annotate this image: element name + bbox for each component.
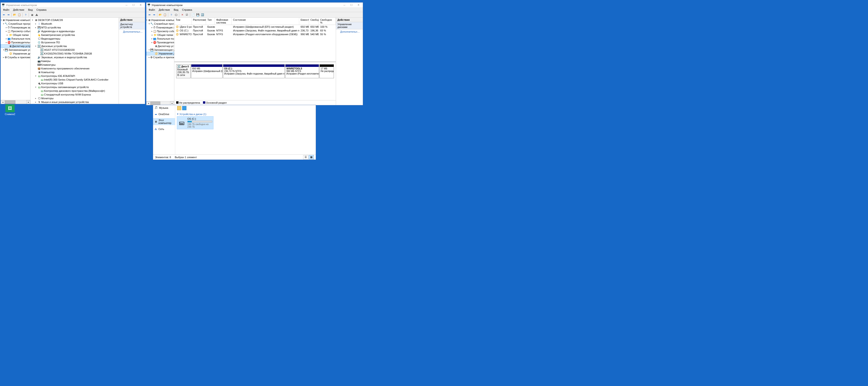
tree-storage[interactable]: ▾💾Запоминающие устройства	[146, 48, 174, 52]
menu-help[interactable]: Справка	[34, 8, 48, 12]
dev-bluetooth[interactable]: ▸ᛒBluetooth	[31, 22, 119, 26]
scan2-button[interactable]: 🖧	[34, 13, 39, 17]
forward-button[interactable]: ➡	[6, 13, 10, 17]
tree-root[interactable]: ▾🖥Управление компьютером (ло	[1, 18, 30, 22]
maximize-button[interactable]: ☐	[130, 3, 137, 7]
tree-users[interactable]: ▸👥Локальные пользовате	[146, 37, 174, 40]
th-status[interactable]: Состояние	[231, 18, 299, 25]
th-free[interactable]: Свободно	[309, 18, 319, 25]
menu-help[interactable]: Справка	[180, 8, 194, 12]
scroll-right[interactable]: ▸	[26, 100, 30, 104]
th-type[interactable]: Тип	[206, 18, 215, 25]
view-large[interactable]: ▦	[309, 155, 314, 159]
dev-monitors[interactable]: ▸🖵Мониторы	[31, 96, 119, 100]
scroll-left[interactable]: ◂	[1, 100, 5, 104]
titlebar[interactable]: 🖥️ Управление компьютером ─ ☐ ✕	[1, 3, 145, 8]
tree-diskmgr[interactable]: 📀Управление дисками	[1, 52, 30, 56]
up-button[interactable]: 📂	[12, 13, 17, 17]
menu-view[interactable]: Вид	[26, 8, 34, 12]
actions-more[interactable]: Дополнительные дейс... ▸	[336, 29, 363, 34]
dev-storage-ctrl[interactable]: ▾🖴Контроллеры запоминающих устройств	[31, 85, 119, 89]
scroll-right[interactable]: ▸	[170, 101, 174, 105]
dev-mice[interactable]: ▸🖱Мыши и иные указывающие устройства	[31, 100, 119, 104]
partition[interactable]: 17 МБНе распределе	[319, 64, 334, 78]
back-button[interactable]: ⬅	[147, 13, 152, 17]
dev-disks[interactable]: ▾💽Дисковые устройства	[31, 44, 119, 48]
list-button[interactable]: 📋	[163, 13, 167, 17]
disk-info[interactable]: 💽Диск 0 Базовый 238,35 ГБ В сети	[176, 64, 191, 78]
format-button[interactable]: 💾	[196, 13, 200, 17]
tree-scheduler[interactable]: ▸⏱Планировщик заданий	[146, 26, 174, 29]
partition[interactable]: WINRETOOLS990 МБ NTFSИсправен (Раздел из…	[285, 64, 319, 78]
delete-button[interactable]: ✕	[180, 13, 184, 17]
tree-users[interactable]: ▸👥Локальные пользовате	[1, 37, 30, 40]
scroll-track[interactable]	[5, 100, 26, 104]
actions-more[interactable]: Дополнительные дейс... ▸	[119, 29, 145, 34]
dev-biometric[interactable]: 👆Биометрические устройства	[31, 33, 119, 37]
th-fs[interactable]: Файловая система	[215, 18, 231, 25]
address-crumbs[interactable]	[177, 106, 314, 110]
table-row[interactable]: 📀 WINRETOOLSПростойБазовыйNTFSИсправен (…	[174, 32, 336, 36]
maximize-button[interactable]: ☐	[348, 3, 355, 7]
menu-view[interactable]: Вид	[172, 8, 180, 12]
close-button[interactable]: ✕	[355, 3, 362, 7]
dev-ide[interactable]: ▾🖴Контроллеры IDE ATA/ATAPI	[31, 74, 119, 78]
tree-eventvwr[interactable]: ▸📋Просмотр событий	[146, 29, 174, 33]
letter-button[interactable]: 🔤	[200, 13, 205, 17]
dev-usb[interactable]: 🔌Контроллеры USB	[31, 82, 119, 85]
th-pct[interactable]: Свободно %	[319, 18, 336, 25]
dev-mtd[interactable]: ▸💾MTD-устройства	[31, 26, 119, 29]
desktop-shortcut[interactable]: 🖼 Снимок2	[2, 104, 18, 116]
nav-music[interactable]: 🎵Музыка	[153, 105, 175, 110]
dev-software[interactable]: 📦Компоненты программного обеспечения	[31, 67, 119, 70]
th-cap[interactable]: Емкость	[299, 18, 309, 25]
folder-button[interactable]: 📂	[158, 13, 162, 17]
dev-ide1[interactable]: 🖴Intel(R) 300 Series Chipset Family SATA…	[31, 78, 119, 82]
forward-button[interactable]: ➡	[152, 13, 156, 17]
tree-perf[interactable]: ▸⛔Производительность	[1, 40, 30, 44]
menu-action[interactable]: Действие	[157, 8, 172, 12]
refresh-button[interactable]: 🖵	[174, 13, 178, 17]
dev-storage1[interactable]: 🖴Контроллер дискового пространства (Майк…	[31, 89, 119, 93]
close-button[interactable]: ✕	[137, 3, 144, 7]
menu-file[interactable]: Файл	[1, 8, 11, 12]
tree-scheduler[interactable]: ▸⏱Планировщик заданий	[1, 26, 30, 29]
th-layout[interactable]: Расположение	[191, 18, 206, 25]
new-button[interactable]: 📄	[191, 13, 195, 17]
help-button[interactable]: ?	[24, 13, 28, 17]
scroll-left[interactable]: ◂	[146, 101, 150, 105]
tree-root[interactable]: ▾🖥Управление компьютером (ло	[146, 18, 174, 22]
dev-cameras[interactable]: 📷Камеры	[31, 59, 119, 63]
partition[interactable]: 650 МБИсправен (Шифрованный (EFI) систе	[191, 64, 222, 78]
tree-perf[interactable]: ▸⛔Производительность	[146, 40, 174, 44]
menu-file[interactable]: Файл	[147, 8, 157, 12]
tree-diskmgr[interactable]: 📀Управление дисками	[146, 52, 174, 56]
nav-thispc[interactable]: 🖥Этот компьютер	[153, 118, 175, 125]
nav-network[interactable]: 🖧Сеть	[153, 127, 175, 131]
th-volume[interactable]: Том	[174, 18, 191, 25]
dev-keyboards[interactable]: ⌨Клавиатуры	[31, 63, 119, 67]
dev-computer[interactable]: 🖥Компьютер	[31, 70, 119, 74]
props-button[interactable]: ☑	[185, 13, 189, 17]
table-row[interactable]: 📀 (Диск 0 раздел...ПростойБазовыйИсправе…	[174, 25, 336, 29]
minimize-button[interactable]: ─	[123, 3, 130, 7]
dev-sound[interactable]: 🔊Звуковые, игровые и видеоустройства	[31, 56, 119, 59]
dev-audio[interactable]: 🔊Аудиовходы и аудиовыходы	[31, 29, 119, 33]
view-details[interactable]: ☰	[303, 155, 308, 159]
tree-storage[interactable]: ▾💾Запоминающие устройства	[1, 48, 30, 52]
drive-os-c[interactable]: 🖴 OS (C:) 196 ГБ свободно из 236 ГБ	[177, 117, 213, 129]
dev-disk2[interactable]: 💽KXG50ZNV256G NVMe TOSHIBA 256GB	[31, 52, 119, 56]
titlebar[interactable]: 🖥️ Управление компьютером ─ ☐ ✕	[146, 3, 363, 8]
menu-action[interactable]: Действие	[11, 8, 26, 12]
nav-onedrive[interactable]: ☁OneDrive	[153, 112, 175, 116]
tree-apps[interactable]: ▸⚙Службы и приложения	[1, 56, 30, 59]
tree-utilities[interactable]: ▾🔧Служебные программы	[146, 22, 174, 26]
section-devices[interactable]: ▾Устройства и диски (1)	[177, 111, 314, 117]
partition[interactable]: OS (C:)236,73 ГБ NTFSИсправен (Загрузка,…	[223, 64, 285, 78]
dev-firmware[interactable]: 💿Встроенное ПО	[31, 40, 119, 44]
dev-storage2[interactable]: 🖴Стандартный контроллер NVM Express	[31, 93, 119, 96]
back-button[interactable]: ⬅	[2, 13, 6, 17]
tree-utilities[interactable]: ▾🔧Служебные программы	[1, 22, 30, 26]
minimize-button[interactable]: ─	[341, 3, 348, 7]
tree-shared[interactable]: ▸📁Общие папки	[146, 33, 174, 37]
